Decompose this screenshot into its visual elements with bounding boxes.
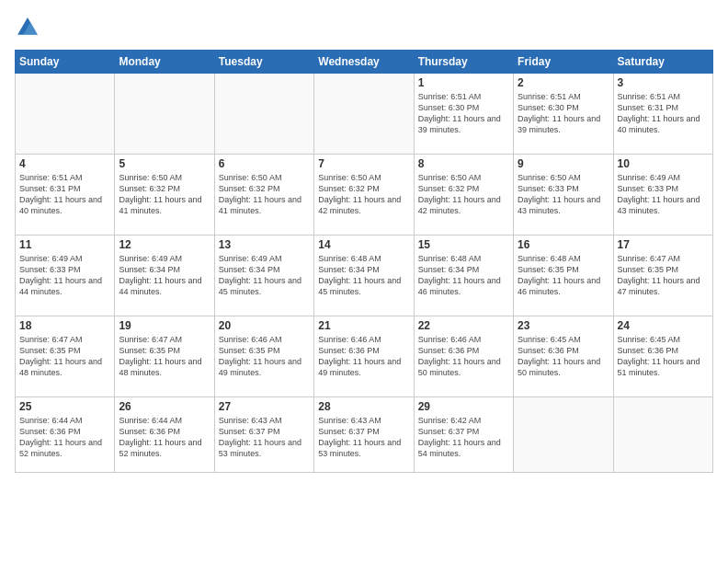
calendar-cell: 28Sunrise: 6:43 AMSunset: 6:37 PMDayligh…: [314, 397, 414, 473]
day-info: Sunrise: 6:46 AMSunset: 6:36 PMDaylight:…: [318, 334, 409, 379]
day-number: 28: [318, 400, 409, 413]
day-info: Sunrise: 6:51 AMSunset: 6:31 PMDaylight:…: [19, 172, 110, 217]
week-row-3: 11Sunrise: 6:49 AMSunset: 6:33 PMDayligh…: [16, 236, 713, 316]
calendar-cell: 3Sunrise: 6:51 AMSunset: 6:31 PMDaylight…: [613, 74, 712, 155]
day-number: 29: [418, 400, 509, 413]
day-info: Sunrise: 6:47 AMSunset: 6:35 PMDaylight:…: [119, 334, 210, 379]
day-info: Sunrise: 6:48 AMSunset: 6:34 PMDaylight:…: [318, 253, 409, 298]
col-sunday: Sunday: [16, 51, 115, 74]
calendar-cell: 10Sunrise: 6:49 AMSunset: 6:33 PMDayligh…: [613, 155, 712, 236]
day-info: Sunrise: 6:45 AMSunset: 6:36 PMDaylight:…: [618, 334, 709, 379]
day-info: Sunrise: 6:48 AMSunset: 6:35 PMDaylight:…: [518, 253, 609, 298]
logo-icon: [15, 15, 40, 40]
day-info: Sunrise: 6:48 AMSunset: 6:34 PMDaylight:…: [418, 253, 509, 298]
calendar-cell: [514, 397, 613, 473]
calendar-cell: 20Sunrise: 6:46 AMSunset: 6:35 PMDayligh…: [214, 316, 313, 397]
calendar-cell: 22Sunrise: 6:46 AMSunset: 6:36 PMDayligh…: [414, 316, 513, 397]
day-number: 16: [518, 238, 609, 251]
day-number: 27: [219, 400, 310, 413]
calendar-cell: 17Sunrise: 6:47 AMSunset: 6:35 PMDayligh…: [613, 236, 712, 316]
calendar-cell: 5Sunrise: 6:50 AMSunset: 6:32 PMDaylight…: [115, 155, 214, 236]
day-number: 5: [119, 157, 210, 170]
day-info: Sunrise: 6:46 AMSunset: 6:35 PMDaylight:…: [219, 334, 310, 379]
day-number: 21: [318, 319, 409, 332]
calendar-cell: 7Sunrise: 6:50 AMSunset: 6:32 PMDaylight…: [314, 155, 414, 236]
day-number: 20: [219, 319, 310, 332]
day-info: Sunrise: 6:49 AMSunset: 6:33 PMDaylight:…: [19, 253, 110, 298]
day-info: Sunrise: 6:50 AMSunset: 6:32 PMDaylight:…: [318, 172, 409, 217]
top-bar: [15, 15, 713, 40]
day-info: Sunrise: 6:50 AMSunset: 6:32 PMDaylight:…: [418, 172, 509, 217]
day-number: 26: [119, 400, 210, 413]
calendar-cell: 6Sunrise: 6:50 AMSunset: 6:32 PMDaylight…: [214, 155, 313, 236]
day-number: 18: [19, 319, 110, 332]
day-info: Sunrise: 6:51 AMSunset: 6:31 PMDaylight:…: [618, 91, 709, 136]
day-info: Sunrise: 6:44 AMSunset: 6:36 PMDaylight:…: [119, 415, 210, 460]
day-number: 12: [119, 238, 210, 251]
day-number: 17: [618, 238, 709, 251]
header-row: Sunday Monday Tuesday Wednesday Thursday…: [16, 51, 713, 74]
day-number: 7: [318, 157, 409, 170]
calendar-cell: 9Sunrise: 6:50 AMSunset: 6:33 PMDaylight…: [514, 155, 613, 236]
calendar-cell: 27Sunrise: 6:43 AMSunset: 6:37 PMDayligh…: [214, 397, 313, 473]
day-info: Sunrise: 6:50 AMSunset: 6:33 PMDaylight:…: [518, 172, 609, 217]
day-number: 25: [19, 400, 110, 413]
calendar-cell: 19Sunrise: 6:47 AMSunset: 6:35 PMDayligh…: [115, 316, 214, 397]
day-info: Sunrise: 6:51 AMSunset: 6:30 PMDaylight:…: [518, 91, 609, 136]
calendar-cell: 1Sunrise: 6:51 AMSunset: 6:30 PMDaylight…: [414, 74, 513, 155]
day-number: 14: [318, 238, 409, 251]
day-number: 6: [219, 157, 310, 170]
calendar-cell: 23Sunrise: 6:45 AMSunset: 6:36 PMDayligh…: [514, 316, 613, 397]
week-row-1: 1Sunrise: 6:51 AMSunset: 6:30 PMDaylight…: [16, 74, 713, 155]
col-monday: Monday: [115, 51, 214, 74]
calendar-page: Sunday Monday Tuesday Wednesday Thursday…: [0, 0, 728, 563]
col-saturday: Saturday: [613, 51, 712, 74]
day-info: Sunrise: 6:46 AMSunset: 6:36 PMDaylight:…: [418, 334, 509, 379]
calendar-cell: 11Sunrise: 6:49 AMSunset: 6:33 PMDayligh…: [16, 236, 115, 316]
day-number: 10: [618, 157, 709, 170]
day-info: Sunrise: 6:43 AMSunset: 6:37 PMDaylight:…: [318, 415, 409, 460]
day-number: 11: [19, 238, 110, 251]
day-info: Sunrise: 6:43 AMSunset: 6:37 PMDaylight:…: [219, 415, 310, 460]
calendar-cell: [16, 74, 115, 155]
day-number: 13: [219, 238, 310, 251]
week-row-5: 25Sunrise: 6:44 AMSunset: 6:36 PMDayligh…: [16, 397, 713, 473]
day-number: 9: [518, 157, 609, 170]
day-number: 1: [418, 76, 509, 89]
calendar-table: Sunday Monday Tuesday Wednesday Thursday…: [15, 50, 713, 473]
calendar-cell: 13Sunrise: 6:49 AMSunset: 6:34 PMDayligh…: [214, 236, 313, 316]
logo-area: [15, 15, 44, 40]
calendar-cell: 8Sunrise: 6:50 AMSunset: 6:32 PMDaylight…: [414, 155, 513, 236]
calendar-cell: 29Sunrise: 6:42 AMSunset: 6:37 PMDayligh…: [414, 397, 513, 473]
day-info: Sunrise: 6:45 AMSunset: 6:36 PMDaylight:…: [518, 334, 609, 379]
day-number: 3: [618, 76, 709, 89]
col-wednesday: Wednesday: [314, 51, 414, 74]
day-info: Sunrise: 6:50 AMSunset: 6:32 PMDaylight:…: [219, 172, 310, 217]
week-row-4: 18Sunrise: 6:47 AMSunset: 6:35 PMDayligh…: [16, 316, 713, 397]
calendar-cell: 14Sunrise: 6:48 AMSunset: 6:34 PMDayligh…: [314, 236, 414, 316]
calendar-cell: 12Sunrise: 6:49 AMSunset: 6:34 PMDayligh…: [115, 236, 214, 316]
calendar-cell: 26Sunrise: 6:44 AMSunset: 6:36 PMDayligh…: [115, 397, 214, 473]
calendar-cell: 25Sunrise: 6:44 AMSunset: 6:36 PMDayligh…: [16, 397, 115, 473]
col-thursday: Thursday: [414, 51, 513, 74]
day-number: 23: [518, 319, 609, 332]
day-number: 4: [19, 157, 110, 170]
calendar-cell: 24Sunrise: 6:45 AMSunset: 6:36 PMDayligh…: [613, 316, 712, 397]
col-friday: Friday: [514, 51, 613, 74]
calendar-cell: 21Sunrise: 6:46 AMSunset: 6:36 PMDayligh…: [314, 316, 414, 397]
calendar-cell: 18Sunrise: 6:47 AMSunset: 6:35 PMDayligh…: [16, 316, 115, 397]
day-number: 19: [119, 319, 210, 332]
calendar-cell: 2Sunrise: 6:51 AMSunset: 6:30 PMDaylight…: [514, 74, 613, 155]
day-info: Sunrise: 6:47 AMSunset: 6:35 PMDaylight:…: [618, 253, 709, 298]
calendar-cell: 4Sunrise: 6:51 AMSunset: 6:31 PMDaylight…: [16, 155, 115, 236]
col-tuesday: Tuesday: [214, 51, 313, 74]
day-number: 22: [418, 319, 509, 332]
calendar-cell: 15Sunrise: 6:48 AMSunset: 6:34 PMDayligh…: [414, 236, 513, 316]
day-info: Sunrise: 6:47 AMSunset: 6:35 PMDaylight:…: [19, 334, 110, 379]
day-info: Sunrise: 6:49 AMSunset: 6:33 PMDaylight:…: [618, 172, 709, 217]
day-number: 2: [518, 76, 609, 89]
day-info: Sunrise: 6:42 AMSunset: 6:37 PMDaylight:…: [418, 415, 509, 460]
day-info: Sunrise: 6:49 AMSunset: 6:34 PMDaylight:…: [119, 253, 210, 298]
calendar-cell: [214, 74, 313, 155]
day-number: 24: [618, 319, 709, 332]
